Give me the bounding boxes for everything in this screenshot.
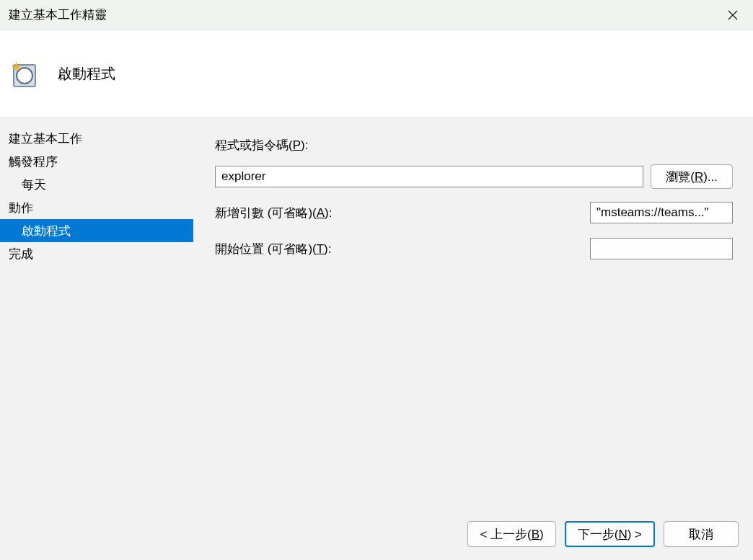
wizard-sidebar: 建立基本工作 觸發程序 每天 動作 啟動程式 完成 [0,117,193,560]
sidebar-item-daily[interactable]: 每天 [6,173,193,196]
wizard-main: 程式或指令碼(P): 瀏覽(R)... 新增引數 (可省略)(A): 開始位置 … [193,117,753,560]
startin-input[interactable] [590,238,733,259]
back-button[interactable]: < 上一步(B) [467,521,555,547]
close-button[interactable] [721,4,744,27]
sidebar-item-finish[interactable]: 完成 [6,242,193,265]
page-title: 啟動程式 [58,64,115,84]
startin-label: 開始位置 (可省略)(T): [215,241,332,257]
sidebar-item-create-task[interactable]: 建立基本工作 [6,127,193,150]
titlebar: 建立基本工作精靈 [0,0,753,30]
program-label: 程式或指令碼(P): [215,137,308,154]
sidebar-item-start-program[interactable]: 啟動程式 [0,219,193,242]
wizard-body: 建立基本工作 觸發程序 每天 動作 啟動程式 完成 程式或指令碼(P): 瀏覽(… [0,117,753,560]
arguments-input[interactable] [590,202,733,223]
sidebar-item-action[interactable]: 動作 [6,196,193,219]
task-scheduler-icon: ✦ [10,58,40,89]
cancel-button[interactable]: 取消 [664,521,739,547]
arguments-label: 新增引數 (可省略)(A): [215,205,332,221]
program-input[interactable] [215,166,643,187]
window-title: 建立基本工作精靈 [9,6,107,23]
button-bar: < 上一步(B) 下一步(N) > 取消 [467,521,739,547]
wizard-header: ✦ 啟動程式 [0,30,753,117]
next-button[interactable]: 下一步(N) > [565,521,655,547]
sidebar-item-trigger[interactable]: 觸發程序 [6,150,193,173]
browse-button[interactable]: 瀏覽(R)... [651,164,733,189]
close-icon [728,10,738,20]
